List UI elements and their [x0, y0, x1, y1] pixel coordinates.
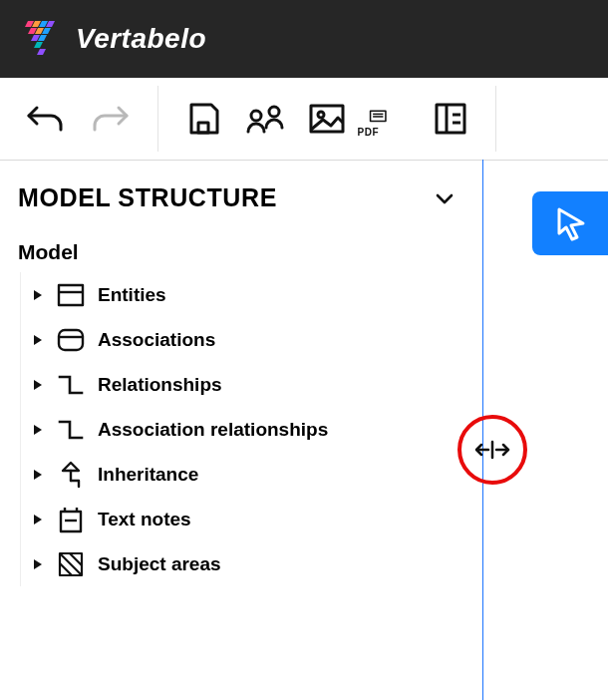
- toolbar-file-group: PDF: [162, 78, 491, 160]
- svg-marker-34: [34, 515, 42, 525]
- tree-item-label: Relationships: [98, 374, 222, 396]
- toolbar-separator: [495, 86, 496, 152]
- svg-marker-31: [34, 470, 42, 480]
- tree-item-entities[interactable]: Entities: [32, 272, 482, 317]
- svg-marker-44: [559, 209, 583, 239]
- svg-marker-26: [34, 335, 42, 345]
- svg-rect-27: [59, 330, 83, 350]
- logo-icon: [22, 19, 62, 59]
- expander-icon[interactable]: [32, 334, 44, 346]
- app-header: Vertabelo: [0, 0, 608, 78]
- sidebar: MODEL STRUCTURE Model: [0, 160, 482, 700]
- toolbar-separator: [157, 86, 158, 152]
- expander-icon[interactable]: [32, 469, 44, 481]
- tree-root[interactable]: Model: [18, 236, 482, 270]
- expander-icon[interactable]: [32, 289, 44, 301]
- tree-item-association-relationships[interactable]: Association relationships: [32, 407, 482, 452]
- subject-area-icon: [56, 549, 86, 579]
- tree: Entities Associations: [18, 272, 482, 586]
- tree-item-inheritance[interactable]: Inheritance: [32, 452, 482, 497]
- svg-line-41: [60, 553, 82, 575]
- resize-handle-indicator[interactable]: [457, 415, 527, 485]
- tree-item-label: Text notes: [98, 509, 191, 530]
- expander-icon[interactable]: [32, 514, 44, 525]
- association-icon: [56, 325, 86, 355]
- svg-marker-10: [37, 49, 46, 55]
- svg-rect-11: [198, 123, 208, 133]
- save-button[interactable]: [182, 98, 224, 140]
- expander-icon[interactable]: [32, 379, 44, 391]
- expander-icon[interactable]: [32, 558, 44, 570]
- svg-line-43: [70, 553, 82, 565]
- tree-item-label: Associations: [98, 329, 215, 351]
- note-icon: [56, 505, 86, 534]
- brand-name: Vertabelo: [76, 23, 206, 55]
- export-image-button[interactable]: [306, 98, 348, 140]
- tree-item-relationships[interactable]: Relationships: [32, 362, 482, 407]
- tree-item-associations[interactable]: Associations: [32, 317, 482, 362]
- svg-marker-39: [34, 559, 42, 569]
- tree-item-subject-areas[interactable]: Subject areas: [32, 541, 482, 586]
- association-relationship-icon: [56, 415, 86, 445]
- pdf-label: PDF: [358, 127, 380, 138]
- svg-point-12: [251, 111, 261, 121]
- relationship-icon: [56, 370, 86, 400]
- svg-marker-29: [34, 380, 42, 390]
- toolbar-history-group: [0, 78, 153, 160]
- toolbar: PDF: [0, 78, 608, 161]
- tree-item-text-notes[interactable]: Text notes: [32, 497, 482, 541]
- tree-item-label: Association relationships: [98, 419, 328, 441]
- entity-icon: [56, 280, 86, 310]
- tree-item-label: Inheritance: [98, 464, 198, 486]
- svg-line-42: [60, 563, 72, 575]
- svg-rect-24: [59, 285, 83, 305]
- svg-rect-19: [437, 105, 464, 133]
- expander-icon[interactable]: [32, 424, 44, 436]
- svg-marker-32: [63, 463, 79, 471]
- panel-collapse-button[interactable]: [433, 186, 456, 210]
- panel-title: MODEL STRUCTURE: [18, 183, 277, 212]
- svg-marker-23: [34, 290, 42, 300]
- tree-item-label: Subject areas: [98, 553, 221, 575]
- layout-button[interactable]: [430, 98, 471, 140]
- export-pdf-button[interactable]: PDF: [368, 98, 410, 140]
- svg-marker-9: [34, 42, 43, 48]
- panel-header: MODEL STRUCTURE: [18, 183, 482, 236]
- tool-select-button[interactable]: [532, 191, 608, 255]
- undo-button[interactable]: [24, 98, 66, 140]
- inheritance-icon: [56, 460, 86, 490]
- svg-point-13: [269, 107, 279, 117]
- tree-item-label: Entities: [98, 284, 166, 306]
- share-button[interactable]: [244, 98, 286, 140]
- svg-marker-30: [34, 425, 42, 435]
- redo-button[interactable]: [90, 98, 132, 140]
- svg-point-15: [318, 112, 324, 118]
